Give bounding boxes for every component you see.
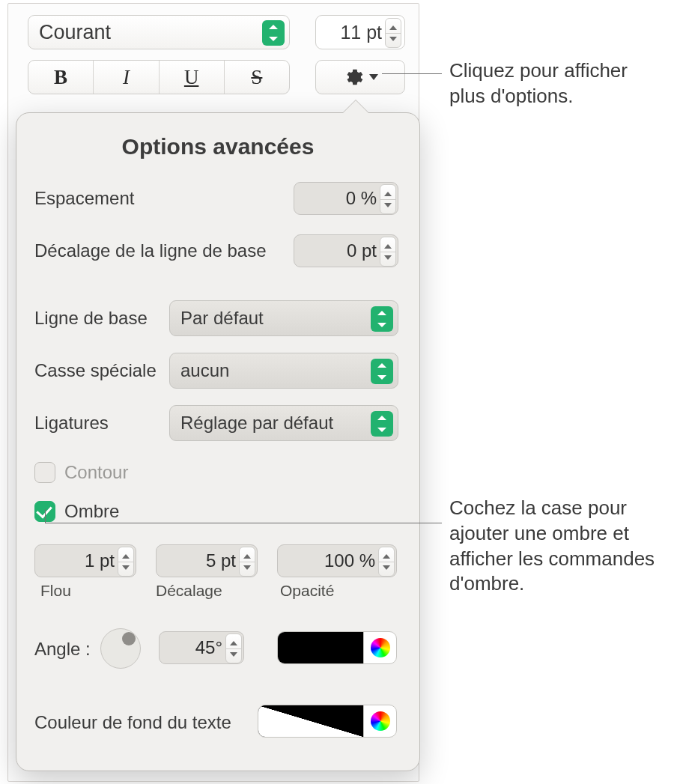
- popover-title: Options avancées: [16, 134, 419, 159]
- baseline-label: Ligne de base: [34, 308, 148, 329]
- callout-leader: [45, 509, 46, 523]
- text-bg-color-label: Couleur de fond du texte: [34, 712, 231, 733]
- updown-icon: [371, 359, 393, 384]
- font-family-value: Courant: [39, 21, 111, 44]
- contour-row: Contour: [34, 462, 128, 483]
- font-family-select[interactable]: Courant: [28, 15, 290, 49]
- font-size-field[interactable]: 11 pt: [315, 15, 405, 49]
- case-select-value: aucun: [180, 360, 229, 381]
- advanced-options-popover: Options avancées Espacement 0 % Décalage…: [16, 112, 420, 771]
- shadow-offset-value: 5 pt: [206, 550, 236, 571]
- ligatures-select-value: Réglage par défaut: [180, 413, 333, 434]
- shadow-color-well[interactable]: [277, 631, 397, 664]
- case-select[interactable]: aucun: [169, 353, 398, 389]
- baseline-offset-value: 0 pt: [347, 240, 377, 261]
- ligatures-label: Ligatures: [34, 413, 109, 434]
- shadow-opacity-field[interactable]: 100 %: [277, 544, 397, 577]
- color-wheel-icon: [371, 638, 390, 657]
- ligatures-select[interactable]: Réglage par défaut: [169, 405, 398, 441]
- updown-icon: [371, 306, 393, 332]
- text-bg-color-well[interactable]: [258, 705, 397, 738]
- case-label: Casse spéciale: [34, 360, 157, 381]
- shadow-offset-stepper[interactable]: [239, 547, 255, 577]
- spacing-label: Espacement: [34, 188, 134, 209]
- callout-shadow-checkbox: Cochez la case pour ajouter une ombre et…: [449, 496, 667, 597]
- shadow-opacity-value: 100 %: [324, 550, 375, 571]
- color-picker-button[interactable]: [363, 705, 396, 737]
- angle-label: Angle :: [34, 639, 91, 660]
- contour-label: Contour: [64, 462, 128, 483]
- text-style-segment: B I U S: [28, 60, 290, 94]
- angle-value: 45°: [195, 637, 222, 658]
- baseline-offset-field[interactable]: 0 pt: [294, 234, 398, 267]
- shadow-opacity-label: Opacité: [280, 582, 334, 600]
- baseline-offset-stepper[interactable]: [380, 237, 396, 267]
- shadow-row: Ombre: [34, 501, 119, 522]
- color-wheel-icon: [371, 711, 390, 731]
- underline-button[interactable]: U: [160, 61, 225, 94]
- baseline-offset-label: Décalage de la ligne de base: [34, 240, 267, 261]
- baseline-select-value: Par défaut: [180, 308, 264, 329]
- shadow-label: Ombre: [64, 501, 119, 522]
- angle-dial[interactable]: [100, 628, 141, 669]
- callout-advanced-options: Cliquez pour afficher plus d'options.: [449, 58, 667, 109]
- shadow-offset-label: Décalage: [156, 582, 222, 600]
- updown-icon: [262, 20, 285, 46]
- spacing-value: 0 %: [346, 188, 377, 209]
- font-size-value: 11 pt: [340, 22, 382, 43]
- baseline-select[interactable]: Par défaut: [169, 300, 398, 336]
- spacing-field[interactable]: 0 %: [294, 182, 398, 215]
- shadow-blur-value: 1 pt: [85, 550, 115, 571]
- shadow-blur-field[interactable]: 1 pt: [34, 544, 136, 577]
- shadow-blur-label: Flou: [40, 582, 71, 600]
- italic-button[interactable]: I: [94, 61, 159, 94]
- strike-button[interactable]: S: [225, 61, 289, 94]
- callout-leader: [382, 73, 442, 74]
- gear-icon: [342, 67, 363, 88]
- bold-button[interactable]: B: [28, 61, 94, 94]
- shadow-opacity-stepper[interactable]: [378, 547, 395, 577]
- chevron-down-icon: [369, 74, 378, 80]
- shadow-blur-stepper[interactable]: [118, 547, 134, 577]
- color-picker-button[interactable]: [363, 632, 396, 663]
- angle-field[interactable]: 45°: [159, 631, 244, 664]
- updown-icon: [371, 411, 393, 437]
- angle-stepper[interactable]: [225, 633, 242, 663]
- font-size-stepper[interactable]: [385, 18, 401, 48]
- contour-checkbox[interactable]: [34, 462, 55, 483]
- shadow-offset-field[interactable]: 5 pt: [156, 544, 258, 577]
- spacing-stepper[interactable]: [380, 184, 396, 214]
- shadow-color-swatch: [278, 632, 363, 663]
- callout-leader: [45, 523, 442, 523]
- advanced-options-button[interactable]: [315, 60, 405, 94]
- format-panel: Courant 11 pt B I U S Options avancées E…: [7, 3, 419, 782]
- text-bg-color-swatch: [258, 705, 363, 737]
